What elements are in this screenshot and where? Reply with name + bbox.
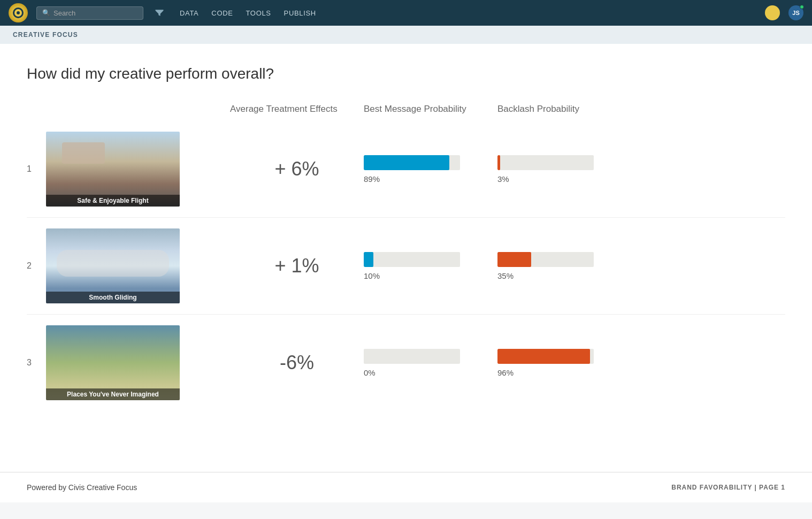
table-row: 1 Safe & Enjoyable Flight + 6% 89% 3% [27, 121, 785, 218]
table-row: 2 Smooth Gliding + 1% 10% 35% [27, 218, 785, 315]
footer: Powered by Civis Creative Focus BRAND FA… [0, 472, 812, 502]
search-input[interactable] [53, 9, 137, 17]
best-prob-bar-fill-2 [364, 252, 373, 267]
backlash-prob-bar-container-3 [497, 349, 594, 364]
backlash-prob-cell-3: 96% [497, 349, 604, 377]
table-header: Average Treatment Effects Best Message P… [27, 104, 785, 121]
best-prob-bar-fill-1 [364, 155, 449, 170]
best-prob-value-3: 0% [364, 368, 497, 377]
col-header-bmp: Best Message Probability [364, 104, 497, 115]
ate-value-1: + 6% [230, 158, 364, 180]
backlash-prob-cell-1: 3% [497, 155, 604, 184]
table-row: 3 Places You've Never Imagined -6% 0% 96… [27, 315, 785, 411]
row-number-1: 1 [27, 164, 37, 174]
backlash-prob-bar-fill-2 [497, 252, 531, 267]
best-prob-bar-container-3 [364, 349, 460, 364]
nav-tools[interactable]: TOOLS [246, 9, 271, 17]
thumbnail-image-3: Places You've Never Imagined [46, 325, 180, 400]
user-avatar-gold[interactable] [765, 5, 780, 20]
search-icon: 🔍 [42, 9, 50, 17]
best-prob-cell-3: 0% [364, 349, 497, 377]
creative-cell-1: 1 Safe & Enjoyable Flight [27, 132, 230, 207]
nav-links: DATA CODE TOOLS PUBLISH [180, 9, 316, 17]
logo-icon [13, 7, 24, 18]
footer-page-info: BRAND FAVORABILITY | PAGE 1 [671, 484, 785, 491]
backlash-prob-value-2: 35% [497, 271, 604, 280]
ate-value-3: -6% [230, 352, 364, 374]
filter-icon-button[interactable] [152, 5, 167, 20]
backlash-prob-bar-fill-3 [497, 349, 590, 364]
ate-value-2: + 1% [230, 255, 364, 277]
col-header-ate: Average Treatment Effects [230, 104, 364, 115]
best-prob-value-1: 89% [364, 174, 497, 184]
thumbnail-label-3: Places You've Never Imagined [46, 388, 180, 400]
best-prob-bar-container-2 [364, 252, 460, 267]
best-prob-cell-1: 89% [364, 155, 497, 184]
best-prob-value-2: 10% [364, 271, 497, 280]
top-navigation: 🔍 DATA CODE TOOLS PUBLISH JS [0, 0, 812, 26]
thumbnail-3: Places You've Never Imagined [46, 325, 180, 400]
backlash-prob-value-3: 96% [497, 368, 604, 377]
filter-icon [154, 7, 165, 18]
search-box[interactable]: 🔍 [36, 6, 143, 20]
main-content: How did my creative perform overall? Ave… [0, 44, 812, 472]
page-title: How did my creative perform overall? [27, 65, 785, 82]
thumbnail-2: Smooth Gliding [46, 228, 180, 303]
breadcrumb: CREATIVE FOCUS [0, 26, 812, 44]
thumbnail-label-2: Smooth Gliding [46, 292, 180, 303]
thumbnail-label-1: Safe & Enjoyable Flight [46, 195, 180, 207]
best-prob-cell-2: 10% [364, 252, 497, 280]
backlash-prob-cell-2: 35% [497, 252, 604, 280]
thumbnail-image-1: Safe & Enjoyable Flight [46, 132, 180, 207]
best-prob-bar-container-1 [364, 155, 460, 170]
nav-code[interactable]: CODE [211, 9, 233, 17]
backlash-prob-value-1: 3% [497, 174, 604, 184]
thumbnail-image-2: Smooth Gliding [46, 228, 180, 303]
col-header-bp: Backlash Probability [497, 104, 604, 115]
nav-data[interactable]: DATA [180, 9, 198, 17]
row-number-2: 2 [27, 261, 37, 271]
thumbnail-1: Safe & Enjoyable Flight [46, 132, 180, 207]
backlash-prob-bar-container-2 [497, 252, 594, 267]
app-logo[interactable] [9, 3, 28, 22]
row-number-3: 3 [27, 358, 37, 368]
backlash-prob-bar-fill-1 [497, 155, 500, 170]
backlash-prob-bar-container-1 [497, 155, 594, 170]
nav-publish[interactable]: PUBLISH [284, 9, 316, 17]
user-avatar-js[interactable]: JS [788, 5, 803, 20]
creative-cell-3: 3 Places You've Never Imagined [27, 325, 230, 400]
creative-cell-2: 2 Smooth Gliding [27, 228, 230, 303]
footer-powered-by: Powered by Civis Creative Focus [27, 483, 137, 492]
online-indicator [800, 5, 804, 9]
